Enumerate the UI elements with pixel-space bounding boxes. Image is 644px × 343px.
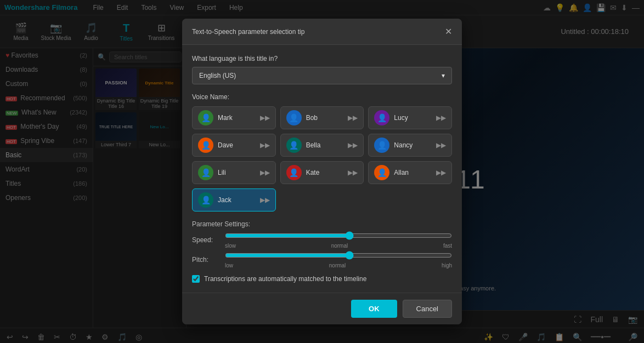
cancel-button[interactable]: Cancel: [403, 300, 452, 318]
speed-min-label: slow: [225, 243, 236, 249]
bob-name: Bob: [306, 114, 344, 122]
allan-wave-icon[interactable]: ▶▶: [436, 169, 446, 176]
pitch-slider[interactable]: [225, 251, 452, 260]
voice-jack[interactable]: 👤 Jack ▶▶: [192, 188, 276, 211]
lili-name: Lili: [218, 169, 256, 176]
dave-wave-icon[interactable]: ▶▶: [260, 141, 270, 149]
voice-kate[interactable]: 👤 Kate ▶▶: [280, 161, 364, 184]
nancy-wave-icon[interactable]: ▶▶: [436, 141, 446, 149]
pitch-slider-wrap: low normal high: [225, 251, 452, 268]
dialog-title: Text-to-Speech parameter selection tip: [192, 28, 304, 36]
kate-avatar: 👤: [286, 165, 302, 180]
jack-avatar: 👤: [198, 192, 213, 208]
param-settings-label: Parameter Settings:: [192, 220, 452, 228]
allan-name: Allan: [394, 169, 432, 176]
lili-wave-icon[interactable]: ▶▶: [260, 169, 270, 176]
transcription-checkbox[interactable]: [192, 275, 200, 283]
checkbox-row: Transcriptions are automatically matched…: [192, 275, 452, 283]
checkbox-label: Transcriptions are automatically matched…: [204, 275, 366, 283]
pitch-label: Pitch:: [192, 256, 219, 264]
voice-allan[interactable]: 👤 Allan ▶▶: [368, 161, 452, 184]
allan-avatar: 👤: [374, 165, 389, 180]
dave-name: Dave: [218, 141, 256, 149]
speed-slider-wrap: slow normal fast: [225, 231, 452, 249]
voice-mark[interactable]: 👤 Mark ▶▶: [192, 106, 276, 129]
dave-avatar: 👤: [198, 138, 213, 153]
voice-dave[interactable]: 👤 Dave ▶▶: [192, 134, 276, 157]
speed-labels: slow normal fast: [225, 243, 452, 249]
kate-name: Kate: [306, 169, 344, 176]
dialog-body: What language is this title in? English …: [182, 45, 462, 293]
jack-wave-icon[interactable]: ▶▶: [260, 196, 270, 204]
speed-max-label: fast: [443, 243, 452, 249]
pitch-labels: low normal high: [225, 262, 452, 268]
lucy-name: Lucy: [394, 114, 432, 122]
nancy-name: Nancy: [394, 141, 432, 149]
kate-wave-icon[interactable]: ▶▶: [348, 169, 358, 176]
bob-avatar: 👤: [286, 110, 302, 125]
language-label: What language is this title in?: [192, 55, 452, 62]
speed-row: Speed: slow normal fast: [192, 231, 452, 249]
ok-button[interactable]: OK: [351, 300, 397, 318]
voice-bella[interactable]: 👤 Bella ▶▶: [280, 134, 364, 157]
lucy-avatar: 👤: [374, 110, 389, 125]
lucy-wave-icon[interactable]: ▶▶: [436, 114, 446, 122]
dialog-overlay: Text-to-Speech parameter selection tip ✕…: [0, 0, 644, 343]
voice-bob[interactable]: 👤 Bob ▶▶: [280, 106, 364, 129]
dialog-header: Text-to-Speech parameter selection tip ✕: [182, 19, 462, 45]
lili-avatar: 👤: [198, 165, 213, 180]
tts-dialog: Text-to-Speech parameter selection tip ✕…: [182, 19, 462, 324]
voice-lucy[interactable]: 👤 Lucy ▶▶: [368, 106, 452, 129]
pitch-mid-label: normal: [329, 262, 346, 268]
mark-avatar: 👤: [198, 110, 213, 125]
bella-name: Bella: [306, 141, 344, 149]
speed-slider[interactable]: [225, 231, 452, 240]
language-select[interactable]: English (US) ▾: [192, 67, 452, 84]
jack-name: Jack: [218, 196, 256, 204]
dialog-close-button[interactable]: ✕: [445, 26, 452, 37]
language-value: English (US): [199, 72, 236, 79]
voice-nancy[interactable]: 👤 Nancy ▶▶: [368, 134, 452, 157]
bob-wave-icon[interactable]: ▶▶: [348, 114, 358, 122]
pitch-min-label: low: [225, 262, 233, 268]
mark-name: Mark: [218, 114, 256, 122]
voice-lili[interactable]: 👤 Lili ▶▶: [192, 161, 276, 184]
speed-label: Speed:: [192, 236, 219, 244]
bella-avatar: 👤: [286, 138, 302, 153]
pitch-row: Pitch: low normal high: [192, 251, 452, 268]
dialog-footer: OK Cancel: [182, 293, 462, 324]
speed-mid-label: normal: [331, 243, 348, 249]
mark-wave-icon[interactable]: ▶▶: [260, 114, 270, 122]
nancy-avatar: 👤: [374, 138, 389, 153]
pitch-max-label: high: [442, 262, 452, 268]
param-settings: Parameter Settings: Speed: slow normal f…: [192, 220, 452, 268]
chevron-down-icon: ▾: [442, 72, 445, 79]
voice-grid: 👤 Mark ▶▶ 👤 Bob ▶▶ 👤 Lucy ▶▶ 👤 Dave: [192, 106, 452, 211]
bella-wave-icon[interactable]: ▶▶: [348, 141, 358, 149]
voice-name-label: Voice Name:: [192, 93, 452, 101]
